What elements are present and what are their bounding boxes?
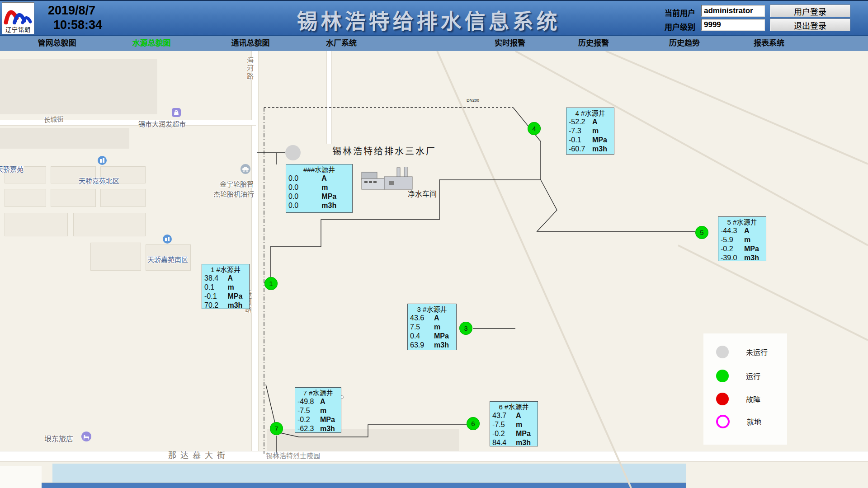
well-level: 7.5 — [410, 323, 434, 332]
road-haihe — [251, 51, 259, 453]
well-title: 3 #水源井 — [410, 305, 456, 314]
well-level: 0.1 — [204, 283, 227, 292]
nav-realtime-alarm[interactable]: 实时报警 — [495, 36, 525, 51]
well-marker-5[interactable]: 5 — [695, 226, 708, 239]
well-title: 1 #水源井 — [204, 265, 249, 274]
well-flow: -62.3 — [297, 424, 320, 433]
nav-communication-overview[interactable]: 通讯总貌图 — [231, 36, 270, 51]
user-level-input[interactable] — [701, 19, 765, 31]
well-marker-4[interactable]: 4 — [528, 122, 541, 135]
poi-label-tianjiao: 天骄嘉苑 — [0, 164, 24, 174]
marker-number: 7 — [274, 425, 278, 432]
nav-water-source-overview[interactable]: 水源总貌图 — [132, 36, 171, 51]
car-icon — [241, 164, 250, 176]
legend-local-label: 就地 — [747, 416, 761, 427]
logo-text: 辽宁铭朗 — [2, 26, 34, 33]
well-marker-6[interactable]: 6 — [467, 417, 480, 430]
user-level-label: 用户级别 — [665, 21, 695, 32]
well-level: -5.9 — [721, 235, 744, 244]
well-current: 43.7 — [492, 411, 516, 420]
legend-running-label: 运行 — [746, 371, 760, 381]
road-minor — [326, 51, 332, 144]
poi-label-tire-shop-2: 杰轮胎机油行 — [213, 189, 254, 198]
well-marker-7[interactable]: 7 — [270, 422, 283, 435]
unit-label: A — [227, 274, 233, 283]
well-title: ###水源井 — [288, 165, 352, 174]
supermarket-icon — [172, 108, 181, 119]
well-flow: 0.0 — [288, 201, 321, 210]
well-marker-3[interactable]: 3 — [459, 322, 472, 335]
unit-label: m — [592, 127, 599, 136]
well-flow: 63.9 — [410, 341, 434, 350]
river-water — [52, 464, 686, 483]
map-blank-area — [0, 466, 42, 488]
building-footprint — [90, 243, 141, 271]
hotel-bed-icon — [81, 432, 91, 443]
well-title: 7 #水源井 — [297, 389, 341, 397]
well-flow: 70.2 — [204, 301, 227, 310]
user-login-button[interactable]: 用户登录 — [770, 5, 850, 17]
scada-window: 辽宁铭朗 2019/8/7 10:58:34 锡林浩特给排水信息系统 当前用户 … — [0, 0, 868, 488]
pipe-diameter-label: DN200 — [467, 98, 479, 103]
logout-button[interactable]: 退出登录 — [770, 19, 850, 31]
road-label-nadamu: 那达慕大街 — [168, 449, 229, 460]
well-data-box-4: 4 #水源井 -52.2A -7.3m -0.1MPa -60.7m3h — [566, 108, 614, 155]
well-data-box-7: 7 #水源井 -49.8A -7.5m -0.2MPa -62.3m3h — [295, 387, 341, 433]
current-date: 2019/8/7 — [48, 4, 95, 18]
well-data-box-1: 1 #水源井 38.4A 0.1m -0.1MPa 70.2m3h — [202, 264, 250, 309]
poi-label-hotel: 垠东旅店 — [44, 433, 73, 444]
unit-label: A — [320, 397, 326, 406]
nav-report-system[interactable]: 报表系统 — [754, 36, 784, 51]
unit-label: m3h — [516, 438, 531, 447]
marker-number: 5 — [700, 229, 703, 236]
company-logo: 辽宁铭朗 — [2, 2, 34, 34]
building-footprint — [73, 213, 146, 236]
unit-label: A — [321, 174, 327, 183]
unit-label: A — [592, 117, 598, 127]
city-block — [0, 59, 157, 114]
system-title: 锡林浩特给排水信息系统 — [297, 5, 561, 34]
well-title: 5 #水源井 — [721, 218, 766, 226]
current-user-label: 当前用户 — [665, 7, 695, 18]
building-icon — [163, 235, 172, 245]
unit-label: MPa — [321, 192, 336, 201]
well-current: 43.6 — [410, 314, 434, 323]
well-marker-1[interactable]: 1 — [264, 277, 278, 290]
well-pressure: -0.2 — [297, 415, 320, 424]
well-data-box-3: 3 #水源井 43.6A 7.5m 0.4MPa 63.9m3h — [407, 304, 457, 350]
well-current: 38.4 — [204, 274, 227, 283]
nav-history-trend[interactable]: 历史趋势 — [669, 36, 700, 51]
well-marker-unassigned[interactable] — [285, 145, 301, 160]
well-title: 6 #水源井 — [492, 403, 538, 411]
well-current: -44.3 — [721, 226, 744, 235]
nav-pipe-network-overview[interactable]: 管网总貌图 — [38, 36, 76, 51]
legend-not-running-label: 未运行 — [746, 347, 768, 357]
well-pressure: -0.2 — [492, 429, 516, 438]
well-level: -7.3 — [569, 127, 592, 136]
poi-label-martyrs-cemetery: 锡林浩特烈士陵园 — [266, 450, 320, 460]
unit-label: m3h — [744, 253, 759, 263]
unit-label: A — [434, 314, 439, 323]
well-pressure: 0.4 — [410, 332, 434, 341]
unit-label: MPa — [592, 136, 607, 145]
well-data-box-5: 5 #水源井 -44.3A -5.9m -0.2MPa -39.0m3h — [718, 216, 766, 261]
marker-number: 4 — [532, 125, 536, 132]
nav-water-plant-system[interactable]: 水厂系统 — [326, 36, 357, 51]
well-pressure: -0.1 — [569, 136, 592, 145]
current-user-input[interactable] — [701, 5, 765, 17]
legend-fault-icon — [716, 393, 729, 405]
well-title: 4 #水源井 — [569, 109, 614, 117]
nav-history-alarm[interactable]: 历史报警 — [578, 36, 609, 51]
unit-label: m — [516, 420, 522, 429]
unit-label: m3h — [227, 301, 242, 310]
well-flow: -39.0 — [721, 253, 744, 263]
unit-label: m — [321, 183, 328, 192]
well-level: -7.5 — [492, 420, 516, 429]
unit-label: A — [744, 226, 750, 235]
unit-label: MPa — [516, 429, 531, 438]
poi-label-tianjiao-south: 天骄嘉苑南区 — [147, 254, 188, 264]
building-footprint — [100, 189, 146, 207]
legend-fault-label: 故障 — [746, 394, 760, 404]
poi-label-tire-shop-1: 金宇轮胎智 — [220, 179, 254, 188]
map-canvas[interactable]: 海河路 长城街 锡市大润发超市 天骄嘉苑 天骄嘉苑北区 金宇轮胎智 杰轮胎机油行… — [0, 51, 868, 488]
